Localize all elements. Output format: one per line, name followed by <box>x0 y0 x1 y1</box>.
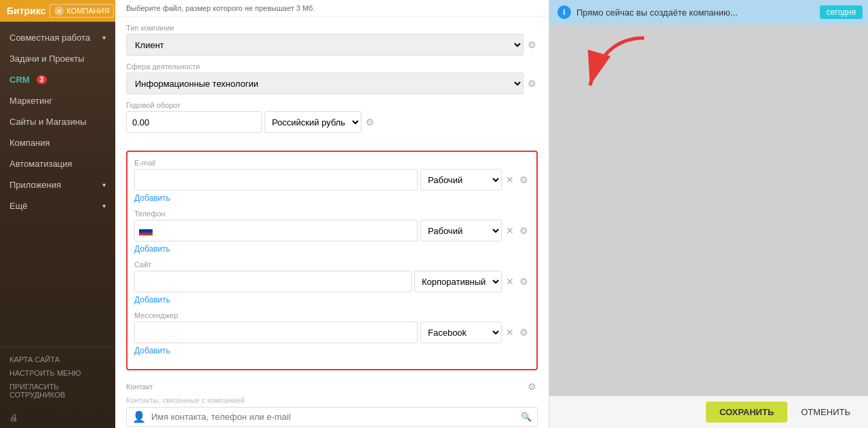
phone-add-link[interactable]: Добавить <box>134 244 170 254</box>
phone-label: Телефон <box>134 210 530 218</box>
info-icon: i <box>557 5 571 19</box>
close-badge-button[interactable]: ✕ <box>54 6 64 16</box>
company-type-row: Клиент ⚙ <box>126 34 538 56</box>
email-close-button[interactable]: ✕ <box>505 173 515 187</box>
red-arrow-icon <box>576 31 658 99</box>
red-arrow-container <box>549 24 868 106</box>
file-notice: Выберите файл, размер которого не превыш… <box>115 0 549 17</box>
sidebar-footer: КАРТА САЙТА НАСТРОИТЬ МЕНЮ ПРИГЛАСИТЬ СО… <box>0 347 115 407</box>
email-field: E-mail Рабочий ✕ ⚙ Добавить <box>134 159 530 203</box>
sidebar-nav: Совместная работа ▾ Задачи и Проекты CRM… <box>0 22 115 347</box>
sidebar-item-marketing[interactable]: Маркетинг <box>0 90 115 111</box>
sidebar-item-label: Приложения <box>9 180 61 190</box>
sidebar-item-company[interactable]: Компания <box>0 132 115 153</box>
phone-close-button[interactable]: ✕ <box>505 224 515 237</box>
company-type-field: Тип компании Клиент ⚙ <box>126 24 538 56</box>
messenger-field: Мессенджер Facebook Telegram WhatsApp ✕ … <box>134 311 530 355</box>
contact-section: Контакт ⚙ Контакты, связанные с компание… <box>115 374 549 428</box>
revenue-label: Годовой оборот <box>126 101 538 109</box>
main-container: Выберите файл, размер которого не превыш… <box>115 0 868 428</box>
sidebar-footer-invite[interactable]: ПРИГЛАСИТЬ СОТРУДНИКОВ <box>9 380 106 402</box>
bottom-bar: СОХРАНИТЬ ОТМЕНИТЬ <box>549 395 868 428</box>
sidebar-footer-sitemap[interactable]: КАРТА САЙТА <box>9 353 106 366</box>
email-gear-button[interactable]: ⚙ <box>518 173 530 187</box>
sidebar-item-label: Сайты и Магазины <box>9 117 86 127</box>
sidebar-item-label: Совместная работа <box>9 33 90 43</box>
sidebar-item-sites[interactable]: Сайты и Магазины <box>0 111 115 132</box>
revenue-input[interactable] <box>126 111 262 133</box>
highlighted-fields-section: E-mail Рабочий ✕ ⚙ Добавить Телефон <box>126 151 538 370</box>
phone-input[interactable] <box>155 226 413 236</box>
revenue-gear-button[interactable]: ⚙ <box>364 115 376 129</box>
messenger-add-link[interactable]: Добавить <box>134 346 170 355</box>
sidebar-header: Битрикс ✕ КОМПАНИЯ <box>0 0 115 22</box>
site-close-button[interactable]: ✕ <box>505 275 515 288</box>
phone-gear-button[interactable]: ⚙ <box>518 224 530 237</box>
chevron-down-icon: ▾ <box>102 34 106 41</box>
sidebar-item-label: Автоматизация <box>9 159 72 169</box>
site-input[interactable] <box>134 271 412 292</box>
site-add-link[interactable]: Добавить <box>134 295 170 305</box>
right-panel: сегодня i Прямо сейчас вы создаёте компа… <box>549 0 868 428</box>
email-row: Рабочий ✕ ⚙ <box>134 169 530 191</box>
messenger-gear-button[interactable]: ⚙ <box>518 326 530 339</box>
sidebar-footer-menu[interactable]: НАСТРОИТЬ МЕНЮ <box>9 366 106 380</box>
messenger-row: Facebook Telegram WhatsApp ✕ ⚙ <box>134 322 530 343</box>
company-type-gear-button[interactable]: ⚙ <box>526 38 538 52</box>
company-type-select[interactable]: Клиент <box>126 34 524 56</box>
industry-label: Сфера деятельности <box>126 62 538 71</box>
chevron-down-icon: ▾ <box>102 181 106 189</box>
sidebar-item-label: Ещё <box>9 201 28 211</box>
form-area: Выберите файл, размер которого не превыш… <box>115 0 549 428</box>
sidebar-item-label: Компания <box>9 138 50 148</box>
revenue-row: Российский рубль ⚙ <box>126 111 538 133</box>
contact-sublabel: Контакты, связанные с компанией <box>126 396 538 404</box>
site-gear-button[interactable]: ⚙ <box>518 275 530 288</box>
sidebar-item-tasks[interactable]: Задачи и Проекты <box>0 48 115 69</box>
site-type-select[interactable]: Корпоративный <box>414 271 502 292</box>
messenger-close-button[interactable]: ✕ <box>505 326 515 339</box>
contact-search-box: 👤 🔍 <box>126 407 538 427</box>
sidebar-logo: Битрикс <box>7 5 45 16</box>
currency-select[interactable]: Российский рубль <box>264 111 361 133</box>
phone-row: Рабочий ✕ ⚙ <box>134 220 530 241</box>
company-badge[interactable]: ✕ КОМПАНИЯ <box>50 4 114 18</box>
chevron-down-icon: ▾ <box>102 202 106 210</box>
contact-field: Контакт ⚙ Контакты, связанные с компание… <box>126 380 538 428</box>
industry-field: Сфера деятельности Информационные технол… <box>126 62 538 94</box>
email-input[interactable] <box>134 169 418 191</box>
svg-rect-2 <box>139 233 153 235</box>
industry-gear-button[interactable]: ⚙ <box>526 77 538 90</box>
email-add-link[interactable]: Добавить <box>134 193 170 203</box>
messenger-label: Мессенджер <box>134 311 530 319</box>
cancel-button[interactable]: ОТМЕНИТЬ <box>794 402 857 423</box>
company-type-label: Тип компании <box>126 24 538 32</box>
messenger-type-select[interactable]: Facebook Telegram WhatsApp <box>420 322 502 343</box>
sidebar-item-more[interactable]: Ещё ▾ <box>0 195 115 216</box>
industry-select[interactable]: Информационные технологии <box>126 73 524 94</box>
russia-flag-icon <box>139 226 153 235</box>
sidebar-item-label: Задачи и Проекты <box>9 54 84 64</box>
svg-rect-0 <box>139 226 153 229</box>
sidebar-item-crm[interactable]: CRM 3 <box>0 69 115 90</box>
contact-gear-button[interactable]: ⚙ <box>526 380 538 393</box>
info-text: Прямо сейчас вы создаёте компанию... <box>576 7 738 18</box>
sidebar-item-automation[interactable]: Автоматизация <box>0 153 115 174</box>
save-button[interactable]: СОХРАНИТЬ <box>706 402 787 423</box>
sidebar-bottom: 🖨 <box>0 407 115 428</box>
contact-search-input[interactable] <box>151 412 515 422</box>
messenger-input[interactable] <box>134 322 418 343</box>
print-icon[interactable]: 🖨 <box>9 412 18 423</box>
today-badge: сегодня <box>820 5 863 19</box>
email-label: E-mail <box>134 159 530 167</box>
company-badge-label: КОМПАНИЯ <box>66 7 109 15</box>
phone-field: Телефон Рабочий ✕ ⚙ <box>134 210 530 254</box>
sidebar-item-collaborative[interactable]: Совместная работа ▾ <box>0 27 115 48</box>
sidebar-item-apps[interactable]: Приложения ▾ <box>0 174 115 195</box>
sidebar: Битрикс ✕ КОМПАНИЯ Совместная работа ▾ З… <box>0 0 115 428</box>
company-type-section: Тип компании Клиент ⚙ Сфера деятельности… <box>115 17 549 147</box>
email-type-select[interactable]: Рабочий <box>420 169 502 191</box>
phone-type-select[interactable]: Рабочий <box>420 220 502 241</box>
site-field: Сайт Корпоративный ✕ ⚙ Добавить <box>134 260 530 305</box>
contact-avatar-icon: 👤 <box>132 410 146 423</box>
